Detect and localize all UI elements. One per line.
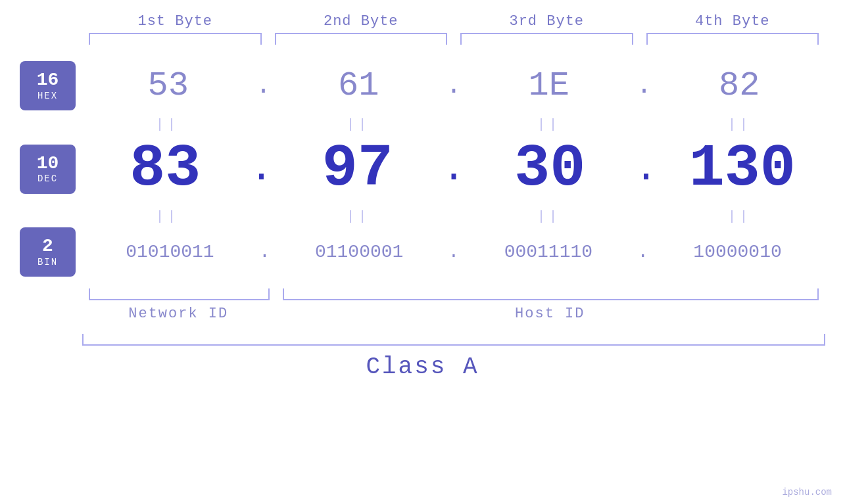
byte3-header: 3rd Byte [454, 13, 640, 30]
bin-byte2: 01100001 [272, 242, 447, 262]
network-id-label: Network ID [89, 306, 268, 322]
dec-badge: 10 DEC [20, 145, 76, 194]
bin-badge: 2 BIN [20, 227, 76, 277]
bin-row: 2 BIN 01010011 . 01100001 . 00011110 . 1… [20, 227, 825, 277]
eq2-byte4: || [654, 209, 825, 224]
main-container: 1st Byte 2nd Byte 3rd Byte 4th Byte 16 H… [0, 0, 845, 504]
byte2-top-bracket [275, 33, 448, 45]
dec-dot1: . [248, 147, 274, 191]
hex-byte2: 61 [273, 66, 445, 105]
hex-dot3: . [635, 71, 653, 101]
eq1-byte3: || [464, 117, 635, 132]
eq2-byte2: || [273, 209, 444, 224]
host-id-label: Host ID [281, 306, 819, 322]
bin-base-number: 2 [42, 237, 53, 257]
dec-byte1: 83 [82, 135, 248, 202]
byte4-header: 4th Byte [640, 13, 826, 30]
hex-byte4: 82 [654, 66, 825, 105]
eq1-byte1: || [82, 117, 253, 132]
host-id-bracket [283, 288, 819, 300]
hex-values: 53 . 61 . 1E . 82 [82, 66, 825, 105]
bin-dot2: . [447, 242, 461, 262]
byte2-header: 2nd Byte [268, 13, 454, 30]
byte1-header: 1st Byte [82, 13, 268, 30]
hex-dot2: . [445, 71, 463, 101]
hex-byte1: 53 [82, 66, 254, 105]
bin-byte4: 10000010 [650, 242, 825, 262]
eq1-byte2: || [273, 117, 444, 132]
dec-dot3: . [633, 147, 659, 191]
dec-dot2: . [441, 147, 467, 191]
dec-byte4: 130 [660, 135, 825, 202]
network-id-bracket [89, 288, 270, 300]
hex-dot1: . [254, 71, 272, 101]
watermark: ipshu.com [782, 487, 832, 497]
class-bracket [82, 334, 825, 346]
bin-dot1: . [258, 242, 272, 262]
bin-base-label: BIN [37, 257, 58, 267]
byte3-top-bracket [460, 33, 633, 45]
bin-dot3: . [636, 242, 650, 262]
dec-byte2: 97 [275, 135, 441, 202]
bin-values: 01010011 . 01100001 . 00011110 . 1000001… [82, 242, 825, 262]
bin-byte3: 00011110 [460, 242, 636, 262]
hex-badge: 16 HEX [20, 61, 76, 110]
hex-row: 16 HEX 53 . 61 . 1E . 82 [20, 61, 825, 110]
byte1-top-bracket [89, 33, 262, 45]
bin-byte1: 01010011 [82, 242, 258, 262]
hex-byte3: 1E [463, 66, 635, 105]
byte4-top-bracket [646, 33, 819, 45]
eq1-byte4: || [654, 117, 825, 132]
class-label: Class A [20, 354, 825, 380]
dec-base-label: DEC [37, 173, 58, 184]
dec-row: 10 DEC 83 . 97 . 30 . 130 [20, 135, 825, 202]
eq2-byte3: || [464, 209, 635, 224]
dec-byte3: 30 [467, 135, 633, 202]
eq2-byte1: || [82, 209, 253, 224]
hex-base-label: HEX [37, 91, 58, 101]
dec-base-number: 10 [37, 154, 59, 174]
hex-base-number: 16 [37, 70, 59, 91]
dec-values: 83 . 97 . 30 . 130 [82, 135, 825, 202]
